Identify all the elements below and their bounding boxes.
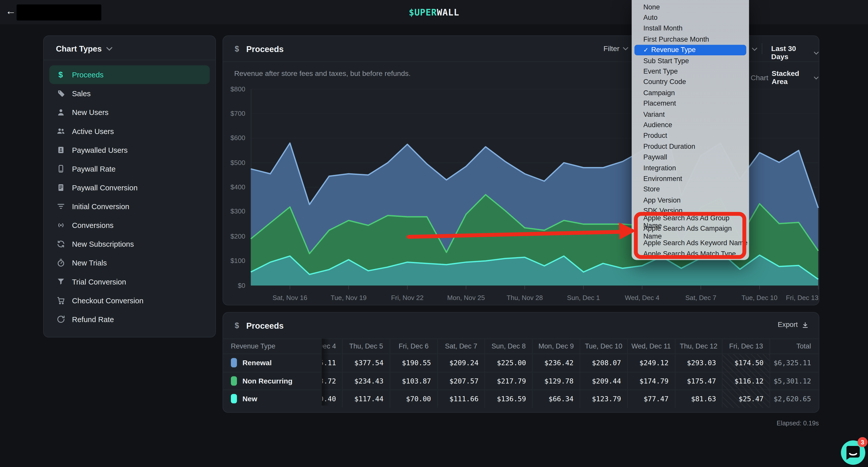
sidebar-item-new-subscriptions[interactable]: New Subscriptions	[49, 235, 210, 253]
column-header: Sat, Dec 7	[437, 339, 485, 354]
sidebar-item-paywall-rate[interactable]: Paywall Rate	[49, 159, 210, 178]
value-cell: $377.54	[354, 359, 383, 367]
chart-types-sidebar: Chart Types $ProceedsSalesNew UsersActiv…	[43, 36, 216, 338]
menu-item-campaign[interactable]: Campaign	[631, 88, 749, 98]
value-cell: $175.47	[687, 377, 716, 385]
value-cell: $174.50	[735, 359, 764, 367]
sidebar-item-label: Initial Conversion	[72, 202, 129, 211]
elapsed-status: Elapsed: 0.19s	[777, 420, 819, 427]
chart-types-header[interactable]: Chart Types	[44, 36, 215, 60]
sidebar-item-label: Refund Rate	[72, 315, 114, 324]
menu-item-label: Sub Start Type	[643, 57, 689, 65]
menu-item-product[interactable]: Product	[631, 130, 749, 141]
sidebar-list: $ProceedsSalesNew UsersActive UsersPaywa…	[44, 60, 215, 329]
menu-item-paywall[interactable]: Paywall	[631, 152, 749, 162]
cart-icon	[56, 296, 65, 305]
menu-item-store[interactable]: Store	[631, 184, 749, 195]
menu-item-revenue-type[interactable]: ✓Revenue Type	[634, 45, 746, 55]
value-cell: $136.59	[497, 395, 526, 403]
sidebar-item-label: New Subscriptions	[72, 240, 134, 248]
y-tick-label: $400	[223, 183, 245, 191]
sidebar-item-sales[interactable]: Sales	[49, 84, 210, 103]
menu-item-country-code[interactable]: Country Code	[631, 77, 749, 87]
value-cell: $25.47	[739, 395, 763, 403]
menu-item-label: Integration	[643, 164, 676, 172]
dollar-icon: $	[235, 44, 239, 53]
menu-item-apple-search-ads-match-type[interactable]: Apple Search Ads Match Type	[631, 248, 749, 259]
sidebar-item-active-users[interactable]: Active Users	[49, 122, 210, 141]
sidebar-item-paywalled-users[interactable]: Paywalled Users	[49, 141, 210, 159]
value-cell: $116.12	[735, 377, 764, 385]
chart-subtitle: Revenue after store fees and taxes, but …	[234, 69, 411, 78]
value-cell: $208.07	[592, 359, 621, 367]
y-tick-label: $600	[223, 134, 245, 142]
chevron-down-icon	[814, 51, 819, 55]
menu-item-apple-search-ads-keyword-name[interactable]: Apple Search Ads Keyword Name	[631, 238, 749, 248]
menu-item-event-type[interactable]: Event Type	[631, 66, 749, 77]
receipt-icon	[56, 183, 65, 192]
menu-item-install-month[interactable]: Install Month	[631, 23, 749, 34]
chart-type-select[interactable]: Chart Stacked Area	[751, 69, 819, 86]
row-label: Non Recurring	[243, 377, 292, 385]
total-cell: $2,620.65	[774, 395, 811, 403]
value-cell: $207.57	[449, 377, 478, 385]
menu-item-label: App Version	[643, 196, 681, 204]
sidebar-item-proceeds[interactable]: $Proceeds	[49, 65, 210, 84]
date-range-label: Last 30 Days	[771, 44, 811, 61]
group-by-chevron-icon[interactable]	[752, 47, 757, 51]
total-cell: $6,325.11	[774, 359, 811, 367]
y-tick-label: $700	[223, 109, 245, 117]
row-label: Renewal	[243, 359, 272, 367]
sidebar-item-refund-rate[interactable]: Refund Rate	[49, 310, 210, 329]
value-cell: 3.72	[322, 377, 336, 385]
menu-item-sub-start-type[interactable]: Sub Start Type	[631, 55, 749, 66]
value-cell: $217.79	[497, 377, 526, 385]
menu-item-label: Product Duration	[643, 143, 695, 151]
y-tick-label: $800	[223, 85, 245, 93]
menu-item-audience[interactable]: Audience	[631, 120, 749, 130]
menu-item-auto[interactable]: Auto	[631, 12, 749, 23]
sidebar-item-conversions[interactable]: Conversions	[49, 216, 210, 235]
filter-button[interactable]: Filter	[603, 44, 628, 53]
value-cell: $66.34	[549, 395, 574, 403]
value-cell: $209.44	[592, 377, 621, 385]
chat-launcher-button[interactable]: 3	[841, 440, 865, 465]
sidebar-item-initial-conversion[interactable]: Initial Conversion	[49, 197, 210, 216]
table-row-renewal[interactable]: Renewal5.11$377.54$190.55$209.24$225.00$…	[223, 354, 819, 372]
column-header: Revenue Type	[223, 339, 322, 354]
menu-item-product-duration[interactable]: Product Duration	[631, 141, 749, 152]
sidebar-item-paywall-conversion[interactable]: Paywall Conversion	[49, 178, 210, 197]
sidebar-item-checkout-conversion[interactable]: Checkout Conversion	[49, 291, 210, 310]
menu-item-none[interactable]: None	[631, 2, 749, 12]
sidebar-item-new-users[interactable]: New Users	[49, 103, 210, 122]
menu-item-app-version[interactable]: App Version	[631, 195, 749, 205]
sidebar-item-new-trials[interactable]: New Trials	[49, 253, 210, 272]
table-row-new[interactable]: New0.40$117.44$70.00$111.66$136.59$66.34…	[223, 390, 819, 408]
menu-item-placement[interactable]: Placement	[631, 98, 749, 109]
menu-item-label: Revenue Type	[651, 46, 695, 54]
menu-item-environment[interactable]: Environment	[631, 173, 749, 184]
y-tick-label: $0	[223, 281, 245, 289]
sidebar-item-trial-conversion[interactable]: Trial Conversion	[49, 272, 210, 291]
filter-lines-icon	[56, 202, 65, 211]
value-cell: $81.63	[691, 395, 716, 403]
date-range-button[interactable]: Last 30 Days	[771, 44, 819, 61]
menu-item-label: Install Month	[643, 25, 683, 32]
filter-label: Filter	[603, 44, 619, 53]
column-header: Thu, Dec 12	[675, 339, 722, 354]
y-tick-label: $300	[223, 208, 245, 215]
table-row-non-recurring[interactable]: Non Recurring3.72$234.43$103.87$207.57$2…	[223, 372, 819, 390]
menu-item-first-purchase-month[interactable]: First Purchase Month	[631, 34, 749, 44]
menu-item-variant[interactable]: Variant	[631, 109, 749, 120]
y-tick-label: $500	[223, 159, 245, 166]
x-tick-label: Fri, Nov 22	[391, 294, 424, 302]
value-cell: $293.03	[687, 359, 716, 367]
proceeds-table-panel: $ Proceeds Export Revenue TypeDec 4Thu, …	[222, 312, 819, 413]
id-card-icon	[56, 145, 65, 155]
download-icon	[802, 321, 809, 328]
x-tick-label: Tue, Nov 19	[331, 294, 367, 302]
export-button[interactable]: Export	[778, 321, 809, 329]
menu-item-integration[interactable]: Integration	[631, 163, 749, 173]
chevron-down-icon	[106, 47, 112, 51]
menu-item-apple-search-ads-campaign-name[interactable]: Apple Search Ads Campaign Name	[631, 227, 749, 238]
